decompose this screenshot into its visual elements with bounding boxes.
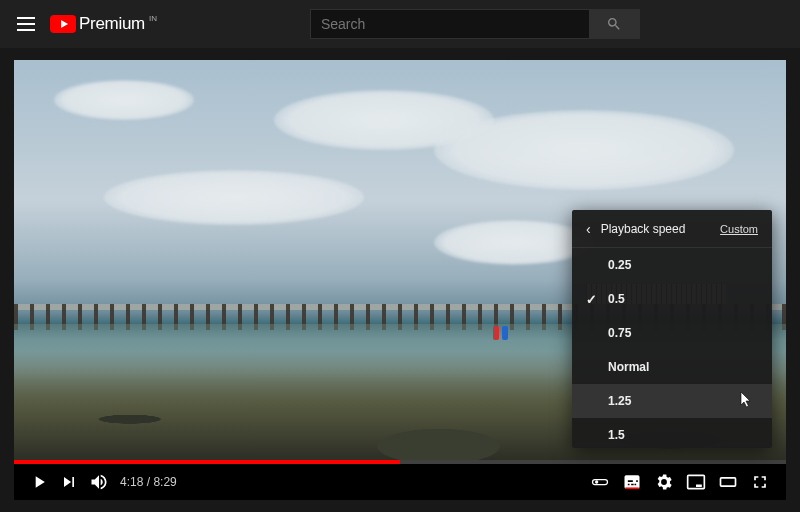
volume-icon [89, 472, 109, 492]
video-player: 4:18 / 8:29 [14, 60, 786, 500]
time-display: 4:18 / 8:29 [120, 475, 177, 489]
player-controls: 4:18 / 8:29 [14, 464, 786, 500]
brand-text: Premium [79, 14, 145, 34]
next-icon [59, 472, 79, 492]
speed-option-label: Normal [608, 360, 649, 374]
youtube-logo[interactable]: Premium IN [50, 14, 156, 34]
settings-icon [654, 472, 674, 492]
play-button[interactable] [24, 467, 54, 497]
speed-option[interactable]: ✓0.5 [572, 282, 772, 316]
volume-button[interactable] [84, 467, 114, 497]
speed-option[interactable]: 1.25 [572, 384, 772, 418]
custom-speed-link[interactable]: Custom [720, 223, 758, 235]
fullscreen-icon [750, 472, 770, 492]
subtitles-button[interactable] [616, 467, 648, 497]
fullscreen-button[interactable] [744, 467, 776, 497]
autoplay-icon [590, 472, 610, 492]
speed-option[interactable]: 0.25 [572, 248, 772, 282]
check-icon: ✓ [586, 292, 597, 307]
speed-option[interactable]: Normal [572, 350, 772, 384]
theater-icon [718, 472, 738, 492]
svg-rect-2 [625, 487, 638, 489]
speed-option[interactable]: 0.75 [572, 316, 772, 350]
current-time: 4:18 [120, 475, 143, 489]
search-input[interactable] [310, 9, 590, 39]
miniplayer-button[interactable] [680, 467, 712, 497]
youtube-play-icon [50, 15, 76, 33]
next-button[interactable] [54, 467, 84, 497]
search-container [310, 9, 640, 39]
search-button[interactable] [590, 9, 640, 39]
speed-option-label: 0.25 [608, 258, 631, 272]
speed-option-label: 0.5 [608, 292, 625, 306]
speed-option-label: 1.5 [608, 428, 625, 442]
top-bar: Premium IN [0, 0, 800, 48]
speed-option-label: 1.25 [608, 394, 631, 408]
autoplay-toggle[interactable] [584, 467, 616, 497]
miniplayer-icon [686, 472, 706, 492]
theater-button[interactable] [712, 467, 744, 497]
subtitles-icon [622, 472, 642, 492]
menu-back-button[interactable]: ‹ Playback speed Custom [572, 210, 772, 248]
search-icon [606, 16, 622, 32]
country-code: IN [149, 14, 157, 23]
cursor-icon [738, 391, 754, 411]
svg-rect-3 [721, 478, 736, 486]
speed-option-label: 0.75 [608, 326, 631, 340]
settings-button[interactable] [648, 467, 680, 497]
svg-point-1 [595, 480, 598, 483]
chevron-left-icon: ‹ [586, 221, 591, 237]
duration: 8:29 [153, 475, 176, 489]
menu-icon[interactable] [16, 14, 36, 34]
speed-option[interactable]: 1.5 [572, 418, 772, 448]
play-icon [29, 472, 49, 492]
svg-rect-0 [593, 480, 608, 485]
playback-speed-menu: ‹ Playback speed Custom 0.25✓0.50.75Norm… [572, 210, 772, 448]
menu-title: Playback speed [601, 222, 686, 236]
